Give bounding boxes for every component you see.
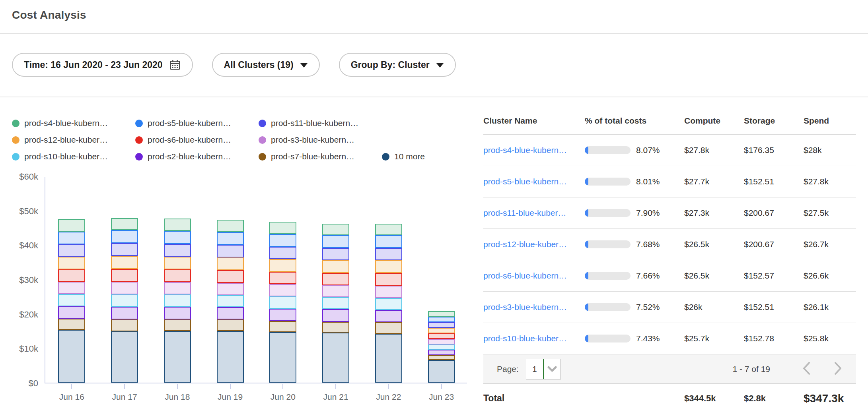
- cluster-link[interactable]: prod-s3-blue-kubern…: [483, 302, 585, 312]
- bar-segment-prod-s12[interactable]: [428, 328, 455, 333]
- bar-segment-prod-s3[interactable]: [375, 286, 402, 298]
- bar-segment-ten-more[interactable]: [164, 331, 191, 383]
- bar-segment-prod-s12[interactable]: [58, 257, 85, 269]
- bar-segment-prod-s3[interactable]: [164, 282, 191, 294]
- legend-item[interactable]: prod-s6-blue-kubern…: [135, 135, 259, 145]
- bar-segment-prod-s6[interactable]: [375, 273, 402, 285]
- bar-segment-prod-s11[interactable]: [58, 244, 85, 257]
- bar-segment-prod-s6[interactable]: [269, 272, 296, 284]
- bar-segment-prod-s12[interactable]: [322, 260, 349, 273]
- bar-segment-prod-s7[interactable]: [375, 322, 402, 334]
- bar-segment-prod-s5[interactable]: [58, 232, 85, 244]
- legend-item[interactable]: prod-s11-blue-kubern…: [259, 118, 382, 128]
- legend-item[interactable]: prod-s7-blue-kubern…: [259, 152, 382, 161]
- bar-segment-prod-s4[interactable]: [217, 220, 244, 232]
- bar-segment-prod-s5[interactable]: [217, 232, 244, 245]
- bar-segment-prod-s12[interactable]: [217, 257, 244, 270]
- bar-segment-prod-s11[interactable]: [322, 248, 349, 260]
- bar-segment-prod-s5[interactable]: [322, 235, 349, 248]
- bar-segment-prod-s6[interactable]: [58, 269, 85, 282]
- bar-segment-prod-s10[interactable]: [322, 297, 349, 309]
- bar-segment-prod-s11[interactable]: [217, 245, 244, 257]
- bar-segment-prod-s4[interactable]: [58, 219, 85, 231]
- bar-segment-prod-s6[interactable]: [428, 333, 455, 339]
- clusters-filter-button[interactable]: All Clusters (19): [212, 53, 320, 77]
- bar-segment-prod-s10[interactable]: [58, 294, 85, 306]
- bar-segment-prod-s11[interactable]: [164, 244, 191, 257]
- legend-item[interactable]: prod-s2-blue-kubern…: [135, 152, 259, 161]
- legend-item[interactable]: prod-s10-blue-kuber…: [12, 152, 135, 161]
- bar-segment-prod-s3[interactable]: [269, 284, 296, 296]
- bar-segment-prod-s12[interactable]: [269, 259, 296, 272]
- previous-page-icon[interactable]: [802, 362, 811, 377]
- bar-segment-ten-more[interactable]: [269, 332, 296, 383]
- bar-segment-prod-s7[interactable]: [269, 321, 296, 333]
- bar-segment-prod-s4[interactable]: [428, 311, 455, 317]
- bar-segment-prod-s5[interactable]: [269, 234, 296, 247]
- bar-segment-prod-s5[interactable]: [111, 230, 138, 243]
- bar-segment-prod-s2[interactable]: [164, 307, 191, 319]
- bar-segment-prod-s12[interactable]: [111, 256, 138, 269]
- cluster-link[interactable]: prod-s10-blue-kuber…: [483, 334, 585, 343]
- bar-segment-prod-s2[interactable]: [322, 309, 349, 321]
- bar-segment-prod-s12[interactable]: [164, 257, 191, 269]
- bar-segment-prod-s11[interactable]: [428, 322, 455, 328]
- bar-segment-ten-more[interactable]: [322, 333, 349, 383]
- bar-segment-prod-s7[interactable]: [164, 319, 191, 331]
- bar-segment-prod-s7[interactable]: [58, 319, 85, 330]
- bar-segment-prod-s6[interactable]: [217, 270, 244, 283]
- bar-segment-prod-s2[interactable]: [217, 307, 244, 319]
- bar-segment-prod-s4[interactable]: [111, 218, 138, 230]
- bar-segment-prod-s4[interactable]: [164, 219, 191, 230]
- bar-segment-prod-s11[interactable]: [111, 243, 138, 256]
- bar-segment-prod-s11[interactable]: [375, 248, 402, 260]
- bar-segment-prod-s7[interactable]: [428, 355, 455, 360]
- group-by-button[interactable]: Group By: Cluster: [339, 53, 456, 77]
- bar-segment-prod-s2[interactable]: [375, 310, 402, 322]
- bar-segment-prod-s7[interactable]: [322, 322, 349, 333]
- cluster-link[interactable]: prod-s12-blue-kuber…: [483, 240, 585, 249]
- bar-segment-prod-s5[interactable]: [375, 235, 402, 248]
- legend-item[interactable]: 10 more: [382, 152, 425, 161]
- bar-segment-prod-s7[interactable]: [111, 319, 138, 331]
- bar-segment-ten-more[interactable]: [428, 360, 455, 383]
- bar-segment-ten-more[interactable]: [58, 330, 85, 383]
- bar-segment-prod-s2[interactable]: [111, 307, 138, 319]
- bar-segment-prod-s10[interactable]: [111, 294, 138, 307]
- bar-segment-prod-s3[interactable]: [111, 282, 138, 294]
- legend-item[interactable]: prod-s12-blue-kuber…: [12, 135, 135, 145]
- bar-segment-prod-s7[interactable]: [217, 319, 244, 331]
- bar-segment-prod-s3[interactable]: [428, 339, 455, 344]
- bar-segment-ten-more[interactable]: [217, 331, 244, 383]
- legend-item[interactable]: prod-s5-blue-kubern…: [135, 118, 259, 128]
- bar-segment-prod-s2[interactable]: [269, 309, 296, 321]
- bar-segment-prod-s4[interactable]: [375, 224, 402, 235]
- bar-segment-prod-s3[interactable]: [322, 285, 349, 297]
- bar-segment-prod-s12[interactable]: [375, 260, 402, 273]
- bar-segment-prod-s6[interactable]: [111, 269, 138, 282]
- cluster-link[interactable]: prod-s6-blue-kubern…: [483, 271, 585, 281]
- cluster-link[interactable]: prod-s4-blue-kubern…: [483, 145, 585, 155]
- page-select[interactable]: 1: [526, 359, 561, 379]
- bar-segment-prod-s4[interactable]: [322, 224, 349, 235]
- bar-segment-prod-s11[interactable]: [269, 247, 296, 259]
- bar-segment-prod-s3[interactable]: [58, 282, 85, 294]
- time-filter-button[interactable]: Time: 16 Jun 2020 - 23 Jun 2020: [12, 53, 193, 77]
- bar-segment-prod-s10[interactable]: [269, 296, 296, 308]
- bar-segment-prod-s6[interactable]: [322, 273, 349, 285]
- cluster-link[interactable]: prod-s5-blue-kubern…: [483, 177, 585, 186]
- bar-segment-prod-s10[interactable]: [428, 344, 455, 350]
- bar-segment-prod-s5[interactable]: [428, 317, 455, 323]
- bar-segment-prod-s10[interactable]: [217, 295, 244, 307]
- bar-segment-ten-more[interactable]: [111, 331, 138, 383]
- legend-item[interactable]: prod-s4-blue-kubern…: [12, 118, 135, 128]
- bar-segment-prod-s10[interactable]: [375, 298, 402, 310]
- bar-segment-ten-more[interactable]: [375, 334, 402, 383]
- bar-segment-prod-s3[interactable]: [217, 283, 244, 295]
- bar-segment-prod-s10[interactable]: [164, 294, 191, 307]
- bar-segment-prod-s6[interactable]: [164, 269, 191, 282]
- bar-segment-prod-s4[interactable]: [269, 222, 296, 234]
- bar-segment-prod-s2[interactable]: [58, 306, 85, 319]
- bar-segment-prod-s2[interactable]: [428, 350, 455, 355]
- cluster-link[interactable]: prod-s11-blue-kuber…: [483, 208, 585, 218]
